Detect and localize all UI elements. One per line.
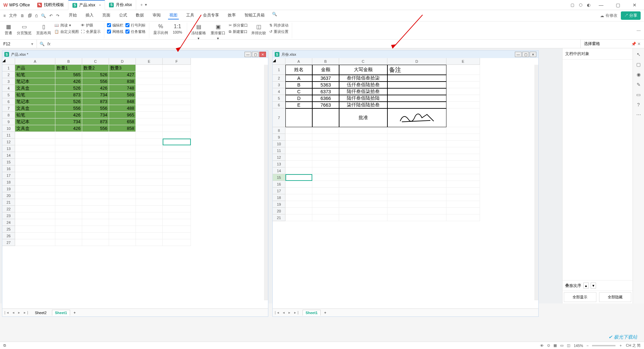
cell[interactable] (55, 139, 82, 145)
col-header-C[interactable]: C (339, 58, 387, 65)
cell[interactable]: 6366 (312, 95, 339, 102)
cell[interactable]: 858 (109, 125, 136, 132)
search-icon[interactable]: 🔍 (272, 12, 277, 19)
cell[interactable] (82, 132, 109, 139)
ribbon-collapse[interactable]: — (637, 28, 641, 33)
chk-gridlines[interactable]: 网格线 (107, 29, 123, 34)
stack-up[interactable]: ▴ (583, 283, 589, 289)
cell[interactable] (285, 147, 312, 154)
cell[interactable] (285, 214, 312, 221)
cell[interactable] (163, 192, 191, 199)
view-pagebreak[interactable]: ▭分页预览 (15, 23, 33, 36)
cell[interactable] (15, 233, 55, 239)
minimize-button[interactable]: — (595, 2, 607, 8)
cell[interactable] (339, 188, 387, 194)
zoom-in[interactable]: ＋ (619, 343, 623, 348)
cell[interactable] (339, 194, 387, 201)
cell[interactable] (446, 208, 480, 214)
cell[interactable]: E (285, 102, 312, 108)
cell[interactable] (55, 132, 82, 139)
cell[interactable] (285, 167, 312, 174)
cell[interactable] (285, 188, 312, 194)
cell[interactable]: B (285, 82, 312, 88)
cell[interactable] (15, 226, 55, 233)
cell[interactable]: 数量3 (109, 65, 136, 71)
cell[interactable] (312, 167, 339, 174)
grid-2[interactable]: ◢ ABCDE 12345678910111213141516171819202… (273, 58, 538, 308)
row-header-27[interactable]: 27 (2, 239, 15, 246)
cell[interactable]: 铅笔 (15, 112, 55, 118)
cell[interactable] (387, 181, 446, 188)
menu-view[interactable]: 视图 (168, 12, 179, 19)
close-button[interactable]: ✕ (629, 2, 641, 8)
cell[interactable] (136, 139, 163, 145)
cell[interactable] (136, 145, 163, 152)
cell[interactable] (136, 85, 163, 92)
win-maximize[interactable]: ▢ (522, 52, 529, 57)
row-header-22[interactable]: 22 (2, 206, 15, 212)
cell[interactable] (387, 134, 446, 141)
select-all-corner[interactable]: ◢ (273, 58, 285, 65)
row-header-10[interactable]: 10 (273, 141, 285, 147)
side-button[interactable]: ◫并排比较 (250, 23, 267, 36)
row-header-5[interactable]: 5 (273, 95, 285, 102)
zoom-slider[interactable] (592, 345, 615, 346)
cell[interactable] (136, 179, 163, 186)
view-pagelayout[interactable]: ▯页面布局 (35, 23, 52, 36)
cell[interactable] (109, 132, 136, 139)
layout-icon[interactable]: ▢ (571, 3, 574, 7)
cell[interactable] (387, 201, 446, 208)
row-header-24[interactable]: 24 (2, 219, 15, 226)
cell[interactable] (312, 174, 339, 181)
cell[interactable]: 铅笔 (15, 71, 55, 78)
column-headers[interactable]: ABCDE (285, 58, 480, 65)
cell[interactable] (387, 208, 446, 214)
cell[interactable]: 笔记本 (15, 118, 55, 125)
cell[interactable] (387, 95, 446, 102)
fx-area[interactable]: 🔍 fx (37, 41, 580, 46)
cell[interactable] (446, 181, 480, 188)
cell[interactable] (15, 192, 55, 199)
cell[interactable] (339, 127, 387, 134)
row-header-12[interactable]: 12 (2, 139, 15, 145)
cell[interactable]: A (285, 75, 312, 82)
menu-insert[interactable]: 插入 (84, 12, 95, 19)
row-header-15[interactable]: 15 (2, 159, 15, 165)
menu-efficiency[interactable]: 效率 (226, 12, 237, 19)
row-header-13[interactable]: 13 (273, 161, 285, 167)
cell[interactable] (446, 161, 480, 167)
cell[interactable]: 陆仟叁佰陆拾陆 (339, 95, 387, 102)
cell[interactable]: 姓名 (285, 65, 312, 75)
cell[interactable] (163, 71, 191, 78)
cell-reference[interactable]: F12 ▾ (0, 40, 37, 48)
cell[interactable] (15, 165, 55, 172)
cell[interactable] (446, 134, 480, 141)
cell[interactable] (387, 108, 446, 127)
cell[interactable] (136, 226, 163, 233)
cell[interactable] (163, 85, 191, 92)
cell[interactable]: 文具盒 (15, 85, 55, 92)
row-header-21[interactable]: 21 (2, 199, 15, 206)
cell[interactable] (136, 112, 163, 118)
cell[interactable] (82, 152, 109, 159)
cell[interactable] (387, 188, 446, 194)
cell[interactable]: 伍仟叁佰陆拾叁 (339, 82, 387, 88)
cell[interactable]: 笔记本 (15, 78, 55, 85)
row-header-5[interactable]: 5 (2, 92, 15, 98)
cell[interactable] (446, 154, 480, 161)
cell[interactable] (387, 147, 446, 154)
col-header-B[interactable]: B (312, 58, 339, 65)
row-header-25[interactable]: 25 (2, 226, 15, 233)
cell[interactable] (109, 219, 136, 226)
row-header-2[interactable]: 2 (273, 75, 285, 82)
row-header-23[interactable]: 23 (2, 212, 15, 219)
cell[interactable] (55, 199, 82, 206)
win-maximize[interactable]: ▢ (252, 52, 259, 57)
row-header-16[interactable]: 16 (2, 165, 15, 172)
add-sheet[interactable]: ＋ (323, 310, 327, 315)
menu-data[interactable]: 数据 (135, 12, 145, 19)
cell[interactable] (446, 95, 480, 102)
cell[interactable]: 589 (109, 92, 136, 98)
cell[interactable] (387, 88, 446, 95)
sheet-tab-sheet2[interactable]: Sheet2 (32, 310, 49, 315)
